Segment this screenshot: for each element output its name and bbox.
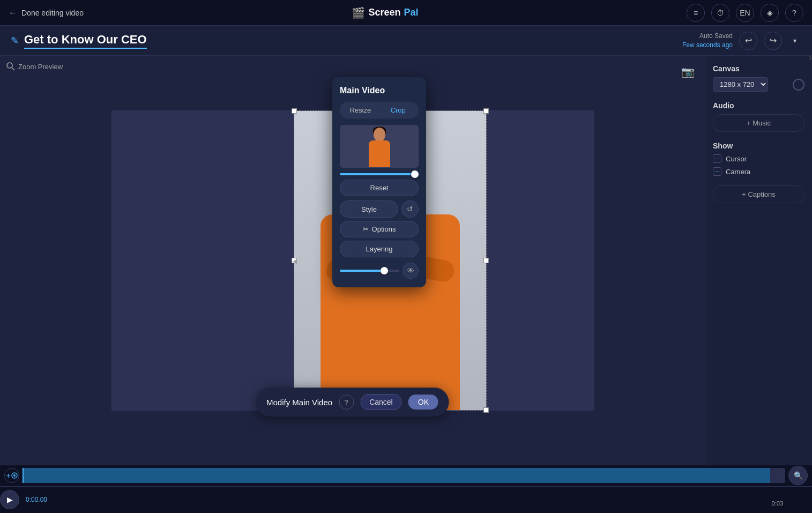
show-cursor-item[interactable]: — Cursor (713, 154, 804, 163)
tab-resize[interactable]: Resize (341, 103, 379, 117)
cursor-checkbox-icon[interactable]: — (713, 154, 721, 163)
svg-point-3 (13, 474, 16, 477)
thumb-body (369, 140, 390, 167)
thumb-person (366, 127, 393, 167)
crop-slider-thumb[interactable] (411, 170, 419, 178)
screenshot-button[interactable]: 📷 (678, 62, 697, 81)
modify-help-button[interactable]: ? (339, 395, 354, 410)
right-panel: Canvas 1280 x 720 Audio + Music Show — C… (705, 56, 812, 465)
resize-handle-top-left[interactable] (292, 108, 297, 114)
layers-icon-button[interactable]: ◈ (761, 4, 779, 22)
timeline-track-wrapper (23, 468, 785, 483)
main-area: Zoom Preview 📷 (0, 56, 812, 465)
top-navigation: ← Done editing video 🎬 ScreenPal ≡ ⏱ EN … (0, 0, 812, 26)
crop-slider[interactable] (340, 173, 419, 175)
add-captions-button[interactable]: + Captions (713, 185, 804, 203)
show-section-title: Show (713, 142, 804, 150)
popup-title: Main Video (340, 86, 419, 95)
show-camera-item[interactable]: — Camera (713, 167, 804, 176)
history-icon-button[interactable]: ⏱ (711, 4, 729, 22)
thumb-head (374, 128, 385, 142)
auto-saved-label: Auto Saved (682, 32, 733, 41)
timeline-playhead (23, 468, 24, 483)
brand-screen-text: Screen (368, 7, 400, 18)
add-clip-button[interactable]: + (4, 468, 19, 483)
popup-tabs: Resize Crop (340, 102, 419, 118)
back-arrow-icon: ← (9, 8, 17, 18)
add-music-button[interactable]: + Music (713, 114, 804, 132)
canvas-area: Zoom Preview 📷 (0, 56, 705, 465)
style-row: Style ↺ (340, 200, 419, 218)
modify-dialog-text: Modify Main Video (266, 398, 332, 407)
project-title: Get to Know Our CEO (24, 33, 147, 49)
auto-saved-time: Few seconds ago (682, 41, 733, 50)
style-history-button[interactable]: ↺ (401, 200, 419, 218)
opacity-slider-thumb[interactable] (381, 267, 388, 274)
resize-handle-top-right[interactable] (483, 108, 489, 114)
brand-pal-text: Pal (404, 7, 419, 18)
timeline-search-button[interactable]: 🔍 (788, 466, 808, 485)
undo-button[interactable]: ↩ (739, 32, 757, 50)
zoom-preview-button[interactable]: Zoom Preview (6, 62, 63, 71)
top-nav-right-icons: ≡ ⏱ EN ◈ ? (687, 4, 803, 22)
tab-crop[interactable]: Crop (379, 103, 418, 117)
visibility-button[interactable]: 👁 (403, 263, 419, 279)
more-options-button[interactable]: ▾ (788, 32, 801, 50)
modify-dialog: Modify Main Video ? Cancel OK (256, 388, 449, 417)
style-label: Style (361, 205, 377, 213)
done-editing-label: Done editing video (21, 9, 84, 17)
help-icon-button[interactable]: ? (785, 4, 803, 22)
bottom-controls-row: 👁 (340, 263, 419, 279)
brand-logo: 🎬 ScreenPal (352, 6, 418, 19)
play-button[interactable]: ▶ (0, 490, 19, 509)
redo-button[interactable]: ↪ (764, 32, 782, 50)
audio-section-title: Audio (713, 101, 804, 110)
camera-label: Camera (726, 168, 750, 176)
options-button[interactable]: ✂ Options (340, 221, 419, 237)
target-icon (11, 472, 18, 479)
layering-button[interactable]: Layering (340, 241, 419, 257)
timeline-top: + 🔍 (0, 465, 812, 487)
zoom-icon (6, 62, 15, 71)
language-icon-button[interactable]: EN (736, 4, 754, 22)
end-time-display: 0:03 (772, 500, 783, 507)
project-edit-icon: ✎ (11, 35, 19, 47)
zoom-preview-label: Zoom Preview (18, 63, 63, 71)
canvas-aspect-circle (793, 79, 804, 91)
current-time-display: 0:00.00 (26, 496, 47, 503)
svg-line-1 (12, 68, 14, 70)
timeline-track[interactable] (23, 468, 785, 483)
style-button[interactable]: Style (340, 200, 398, 218)
modify-ok-button[interactable]: OK (408, 395, 438, 410)
main-video-popup: Main Video Resize Crop R (332, 77, 426, 287)
logo-icon: 🎬 (352, 6, 365, 19)
canvas-section-title: Canvas (713, 64, 804, 73)
opacity-slider[interactable] (340, 270, 399, 272)
cursor-label: Cursor (726, 155, 747, 163)
timeline-bottom-controls: ▶ 0:00.00 0:03 (0, 487, 812, 513)
menu-icon-button[interactable]: ≡ (687, 4, 705, 22)
secondary-toolbar: ✎ Get to Know Our CEO Auto Saved Few sec… (0, 26, 812, 56)
camera-checkbox-icon[interactable]: — (713, 167, 721, 176)
popup-thumbnail (340, 125, 419, 168)
resize-handle-middle-right[interactable] (483, 258, 489, 263)
canvas-size-select[interactable]: 1280 x 720 (713, 77, 768, 92)
modify-cancel-button[interactable]: Cancel (360, 394, 402, 410)
audio-section: Audio + Music (713, 101, 804, 132)
time-display-area: 0:00.00 (26, 496, 47, 503)
canvas-section: Canvas 1280 x 720 (713, 64, 804, 92)
options-label: Options (372, 225, 396, 233)
project-title-area: ✎ Get to Know Our CEO (11, 33, 147, 49)
show-items: — Cursor — Camera (713, 154, 804, 176)
drag-left-arrow[interactable]: ◂ (293, 255, 297, 265)
done-editing-button[interactable]: ← Done editing video (9, 8, 84, 18)
svg-point-0 (7, 63, 12, 68)
plus-part: + (6, 471, 10, 480)
timeline: + 🔍 ▶ 0:00.00 0:03 (0, 465, 812, 513)
resize-handle-bottom-right[interactable] (483, 407, 489, 413)
second-bar-right: Auto Saved Few seconds ago ↩ ↪ ▾ (682, 32, 801, 50)
canvas-size-row: 1280 x 720 (713, 77, 804, 92)
options-icon: ✂ (363, 225, 369, 233)
right-panel-collapse-arrow[interactable]: › (809, 56, 812, 63)
reset-button[interactable]: Reset (340, 180, 419, 196)
